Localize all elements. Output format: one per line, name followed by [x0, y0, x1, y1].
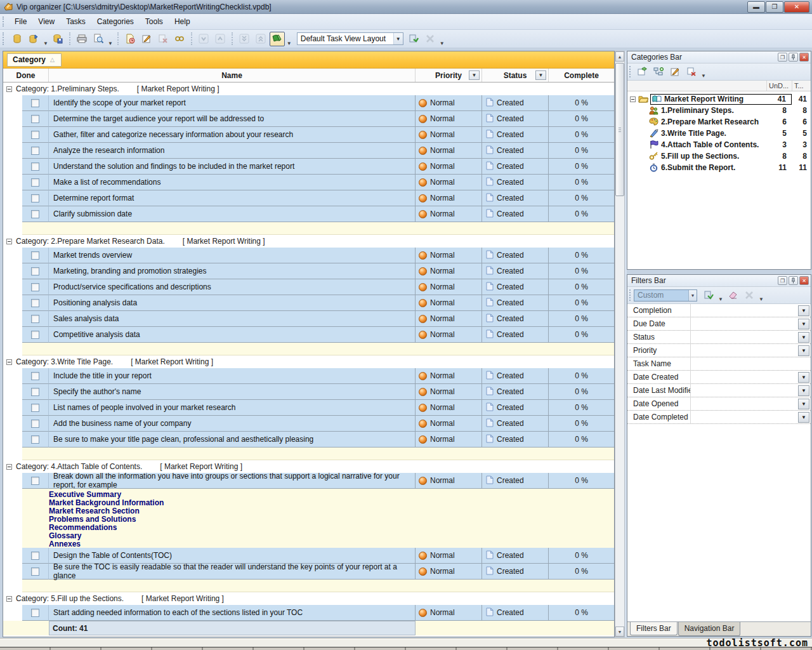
task-status-cell[interactable]: Created	[482, 400, 549, 416]
open-database-icon[interactable]	[26, 32, 41, 46]
column-header-priority[interactable]: Priority ▼	[416, 69, 482, 82]
task-priority-cell[interactable]: Normal	[416, 248, 482, 263]
task-priority-cell[interactable]: Normal	[416, 190, 482, 206]
task-checkbox[interactable]	[31, 299, 39, 307]
tree-row-category[interactable]: 5.Fill up the Sections.88	[627, 150, 811, 162]
panel-pin-icon[interactable]	[789, 53, 798, 62]
task-priority-cell[interactable]: Normal	[416, 473, 482, 489]
scroll-up-icon[interactable]: ▲	[615, 51, 624, 62]
move-down-icon[interactable]	[196, 32, 211, 46]
panel-pin-icon[interactable]	[789, 276, 798, 285]
task-name-cell[interactable]: Be sure to make your title page clean, p…	[49, 432, 416, 448]
scroll-down-icon[interactable]: ▼	[615, 627, 624, 637]
task-checkbox[interactable]	[31, 283, 39, 291]
task-status-cell[interactable]: Created	[482, 384, 549, 400]
task-priority-cell[interactable]: Normal	[416, 111, 482, 127]
menu-help[interactable]: Help	[169, 15, 196, 28]
filters-toolbar-overflow-icon[interactable]: ▼	[757, 296, 765, 302]
task-complete-cell[interactable]: 0 %	[549, 248, 614, 263]
task-checkbox[interactable]	[31, 162, 39, 171]
group-by-category-button[interactable]: Category △	[7, 53, 62, 67]
task-status-cell[interactable]: Created	[482, 190, 549, 206]
task-name-cell[interactable]: Market trends overview	[49, 248, 416, 263]
task-name-cell[interactable]: Gather, filter and categorize necessary …	[49, 127, 416, 143]
group-header-row[interactable]: Category: 1.Preliminary Steps.[ Market R…	[3, 83, 614, 95]
task-status-cell[interactable]: Created	[482, 416, 549, 432]
apply-layout-icon[interactable]	[406, 32, 421, 46]
task-priority-cell[interactable]: Normal	[416, 400, 482, 416]
task-name-cell[interactable]: Product/service specifications and descr…	[49, 279, 416, 295]
task-checkbox[interactable]	[31, 210, 39, 218]
task-complete-cell[interactable]: 0 %	[549, 279, 614, 295]
filter-value[interactable]	[691, 331, 798, 343]
task-priority-cell[interactable]: Normal	[416, 143, 482, 159]
tab-navigation-bar[interactable]: Navigation Bar	[678, 622, 741, 636]
tab-filters-bar[interactable]: Filters Bar	[630, 622, 678, 635]
task-name-cell[interactable]: Include the title in your report	[49, 368, 416, 384]
task-name-cell[interactable]: Understand the solution and findings to …	[49, 159, 416, 175]
delete-task-icon[interactable]	[155, 32, 171, 46]
task-name-cell[interactable]: Specify the author's name	[49, 384, 416, 400]
task-status-cell[interactable]: Created	[482, 248, 549, 263]
group-header-row[interactable]: Category: 5.Fill up the Sections.[ Marke…	[3, 592, 614, 605]
tree-row-category[interactable]: 4.Attach Table of Contents.33	[627, 139, 811, 150]
task-checkbox[interactable]	[31, 251, 39, 260]
task-status-cell[interactable]: Created	[482, 206, 549, 222]
toolbar-overflow-icon[interactable]: ▼	[438, 41, 446, 46]
task-name-cell[interactable]: Sales analysis data	[49, 311, 416, 327]
filter-dropdown-icon[interactable]: ▼	[798, 372, 809, 383]
notes-dropdown-icon[interactable]: ▼	[285, 41, 293, 46]
task-priority-cell[interactable]: Normal	[416, 368, 482, 384]
column-header-status[interactable]: Status ▼	[482, 69, 549, 82]
filter-preset-selector[interactable]: Custom ▼	[634, 289, 697, 302]
panel-restore-icon[interactable]: ❐	[778, 53, 787, 62]
task-complete-cell[interactable]: 0 %	[549, 263, 614, 279]
task-name-cell[interactable]: Start adding needed information to each …	[49, 605, 416, 621]
filter-dropdown-icon[interactable]: ▼	[798, 399, 809, 409]
task-status-cell[interactable]: Created	[482, 263, 549, 279]
print-preview-icon[interactable]	[91, 32, 106, 46]
task-checkbox[interactable]	[31, 477, 39, 485]
priority-filter-icon[interactable]: ▼	[469, 70, 480, 80]
task-name-cell[interactable]: List names of people involved in your ma…	[49, 400, 416, 416]
group-header-row[interactable]: Category: 3.Write Title Page.[ Market Re…	[3, 355, 614, 368]
task-name-cell[interactable]: Be sure the TOC is easily readable so th…	[49, 564, 416, 580]
clear-filter-icon[interactable]	[725, 288, 740, 303]
filter-dropdown-icon[interactable]: ▼	[798, 345, 809, 356]
task-checkbox[interactable]	[31, 388, 39, 396]
tree-row-root[interactable]: Market Report Writing4141	[627, 93, 811, 105]
new-subcategory-icon[interactable]	[651, 65, 666, 79]
task-name-cell[interactable]: Design the Table of Contents(TOC)	[49, 548, 416, 564]
task-priority-cell[interactable]: Normal	[416, 605, 482, 621]
group-header-row[interactable]: Category: 4.Attach Table of Contents.[ M…	[3, 460, 614, 473]
task-checkbox[interactable]	[31, 404, 39, 412]
column-header-name[interactable]: Name	[49, 69, 416, 82]
layout-selector[interactable]: Default Task View Layout ▼	[297, 32, 403, 45]
task-complete-cell[interactable]: 0 %	[549, 416, 614, 432]
task-status-cell[interactable]: Created	[482, 143, 549, 159]
delete-filter-icon[interactable]	[742, 288, 757, 303]
task-checkbox[interactable]	[31, 267, 39, 275]
task-status-cell[interactable]: Created	[482, 311, 549, 327]
task-checkbox[interactable]	[31, 420, 39, 428]
task-checkbox[interactable]	[31, 178, 39, 187]
new-category-icon[interactable]	[634, 65, 650, 79]
minimize-button[interactable]: ▬	[747, 1, 765, 13]
task-name-cell[interactable]: Break down all the information you have …	[49, 473, 416, 489]
task-name-cell[interactable]: Competitive analysis data	[49, 327, 416, 343]
task-checkbox[interactable]	[31, 99, 39, 107]
delete-layout-icon[interactable]	[422, 32, 438, 46]
move-up-icon[interactable]	[213, 32, 228, 46]
task-checkbox[interactable]	[31, 331, 39, 339]
restore-button[interactable]: ❐	[766, 1, 783, 13]
task-checkbox[interactable]	[31, 194, 39, 202]
task-complete-cell[interactable]: 0 %	[549, 143, 614, 159]
task-status-cell[interactable]: Created	[482, 368, 549, 384]
task-checkbox[interactable]	[31, 435, 39, 444]
task-status-cell[interactable]: Created	[482, 564, 549, 580]
filter-value[interactable]	[691, 357, 811, 370]
task-status-cell[interactable]: Created	[482, 175, 549, 190]
task-checkbox[interactable]	[31, 115, 39, 123]
task-status-cell[interactable]: Created	[482, 548, 549, 564]
task-status-cell[interactable]: Created	[482, 95, 549, 111]
